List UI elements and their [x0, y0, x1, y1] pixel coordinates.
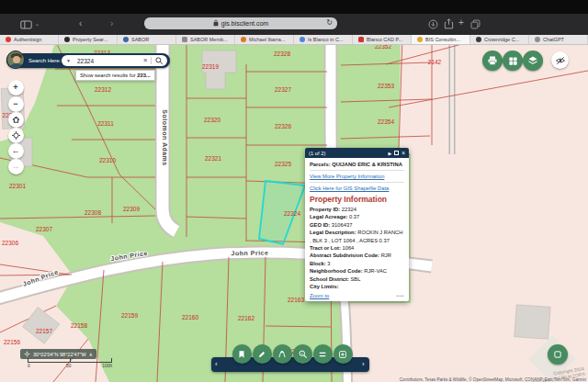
- legend-button[interactable]: [313, 344, 333, 364]
- lock-icon: [213, 19, 219, 27]
- next-feature-icon[interactable]: ▶: [389, 151, 392, 156]
- tab-favicon: [358, 37, 364, 42]
- tab-michael-ibarra[interactable]: Michael Ibarra...: [235, 35, 294, 44]
- toolbar-next-icon[interactable]: ›: [362, 361, 365, 368]
- tab-authentisign[interactable]: Authentisign: [0, 35, 59, 44]
- address-bar[interactable]: gis.bisclient.com ↻: [144, 17, 337, 29]
- parcel-label: 22158: [71, 322, 87, 329]
- property-field: School District: SBL: [310, 275, 404, 283]
- default-extent-button[interactable]: [548, 344, 568, 365]
- parcels-label: Parcels:: [310, 162, 331, 167]
- reload-icon[interactable]: ↻: [326, 18, 333, 27]
- plus-icon: +: [13, 83, 17, 92]
- browser-forward-icon[interactable]: ›: [110, 18, 113, 28]
- forward-arrow-icon: →: [12, 162, 20, 171]
- locate-button[interactable]: [8, 128, 24, 143]
- browser-back-icon[interactable]: ‹: [79, 18, 82, 28]
- tab-chatgpt[interactable]: ChatGPT: [529, 35, 588, 44]
- parcel-label: 22309: [123, 206, 140, 212]
- bookmarks-button[interactable]: [232, 344, 252, 364]
- browser-toolbar: ⌄ ‹ › gis.bisclient.com ↻ +: [0, 14, 588, 35]
- parcel-label: 22321: [205, 155, 221, 162]
- search-icon[interactable]: [154, 56, 164, 65]
- property-field: GEO ID: 3106437: [310, 221, 404, 229]
- property-field: Legal Description: ROCKIN J RANCH , BLK …: [310, 229, 404, 244]
- printer-icon: [487, 55, 498, 66]
- tab-label: Michael Ibarra...: [249, 37, 285, 42]
- popup-header[interactable]: (1 of 2) ▶ ×: [305, 148, 409, 158]
- tab-bis-consultin[interactable]: BIS Consultin...: [412, 35, 470, 44]
- measure-button[interactable]: [273, 344, 292, 364]
- parcel-label: 2142: [428, 59, 442, 65]
- new-tab-icon[interactable]: +: [458, 17, 464, 28]
- parcel-label: 22308: [85, 209, 101, 216]
- map-attribution: Contributors, Texas Parks & Wildlife, © …: [400, 377, 586, 382]
- share-icon[interactable]: [444, 18, 454, 29]
- tab-sabor[interactable]: SABOR: [118, 35, 176, 44]
- coordinates-text: 30°02'04"N 98°22'47"W: [33, 352, 86, 357]
- tab-label: BIS Consultin...: [425, 37, 460, 42]
- parcel-label: 22306: [2, 240, 18, 246]
- identify-button[interactable]: [293, 344, 312, 364]
- hide-widgets-button[interactable]: [551, 51, 569, 69]
- suggestion-text: Show search results for: [80, 73, 137, 78]
- toolbar-prev-icon[interactable]: ‹: [215, 361, 218, 368]
- tab-crownridge-c[interactable]: Crownridge C...: [470, 35, 529, 44]
- legend-icon: [318, 350, 327, 359]
- chevron-down-icon[interactable]: ▼: [66, 58, 71, 63]
- zoom-in-button[interactable]: +: [8, 80, 24, 96]
- property-field: Block: 3: [310, 260, 404, 267]
- sidebar-chevron-icon[interactable]: ⌄: [35, 20, 40, 27]
- draw-button[interactable]: [253, 344, 272, 364]
- back-button[interactable]: ←: [8, 143, 24, 159]
- print-button[interactable]: [482, 51, 503, 71]
- collapse-chevron-icon[interactable]: ∧: [89, 352, 93, 357]
- home-button[interactable]: [8, 112, 24, 128]
- search-input[interactable]: ▼ 22324 ✕: [62, 55, 167, 66]
- tab-is-blanco-in-c[interactable]: Is Blanco in C...: [294, 35, 353, 44]
- more-options-icon[interactable]: •••: [397, 293, 404, 298]
- property-field: Tract or Lot: 1064: [310, 244, 404, 252]
- tab-overview-icon[interactable]: [470, 19, 481, 29]
- gis-shapefile-link[interactable]: Click Here for GIS Shapefile Data: [310, 185, 404, 191]
- add-data-button[interactable]: [334, 344, 353, 364]
- layers-icon: [527, 55, 538, 66]
- sidebar-icon[interactable]: [20, 20, 32, 29]
- download-icon[interactable]: [428, 19, 438, 29]
- parcel-label: 22354: [378, 118, 394, 125]
- tab-property-sear[interactable]: Property Sear...: [59, 35, 118, 44]
- tab-sabor-memb[interactable]: SABOR Memb...: [176, 35, 235, 44]
- maximize-icon[interactable]: [394, 151, 399, 155]
- parcels-owner: QUIJANO ERIC & KRISTINA: [332, 162, 402, 167]
- scale-end: 100ft: [102, 364, 112, 368]
- grid-icon: [508, 56, 518, 66]
- more-property-info-link[interactable]: View More Property Information: [310, 174, 404, 179]
- forward-button[interactable]: →: [8, 159, 24, 174]
- search-value[interactable]: 22324: [77, 58, 143, 64]
- minus-icon: −: [13, 99, 17, 108]
- zoom-out-button[interactable]: −: [8, 96, 24, 112]
- zoom-to-link[interactable]: Zoom to: [310, 293, 329, 298]
- layers-button[interactable]: [523, 51, 543, 71]
- parcel-label: 22160: [182, 314, 198, 320]
- coordinate-display[interactable]: 30°02'04"N 98°22'47"W ∧: [20, 349, 96, 359]
- user-avatar[interactable]: [6, 51, 25, 69]
- clear-search-icon[interactable]: ✕: [143, 57, 148, 64]
- tab-blanco-cad-p[interactable]: Blanco CAD P...: [353, 35, 412, 44]
- property-popup: (1 of 2) ▶ × Parcels: QUIJANO ERIC & KRI…: [305, 148, 409, 301]
- parcel-label: 22159: [121, 312, 138, 319]
- parcel-label: 22157: [36, 328, 52, 334]
- eye-slash-icon: [555, 55, 566, 66]
- property-fields: Property ID: 22324Legal Acreage: 0.37GEO…: [310, 206, 404, 290]
- search-suggestion[interactable]: Show search results for 223...: [75, 70, 155, 81]
- popup-counter: (1 of 2): [309, 151, 389, 156]
- tab-label: Authentisign: [14, 37, 41, 42]
- parcel-label: 22163: [288, 297, 304, 303]
- tab-favicon: [476, 37, 481, 42]
- parcel-label: 22162: [238, 315, 254, 321]
- tab-favicon: [241, 37, 246, 42]
- basemap-gallery-button[interactable]: [503, 51, 523, 71]
- close-icon[interactable]: ×: [401, 150, 405, 156]
- measure-icon: [277, 350, 287, 359]
- parcel-label: 22312: [95, 86, 111, 93]
